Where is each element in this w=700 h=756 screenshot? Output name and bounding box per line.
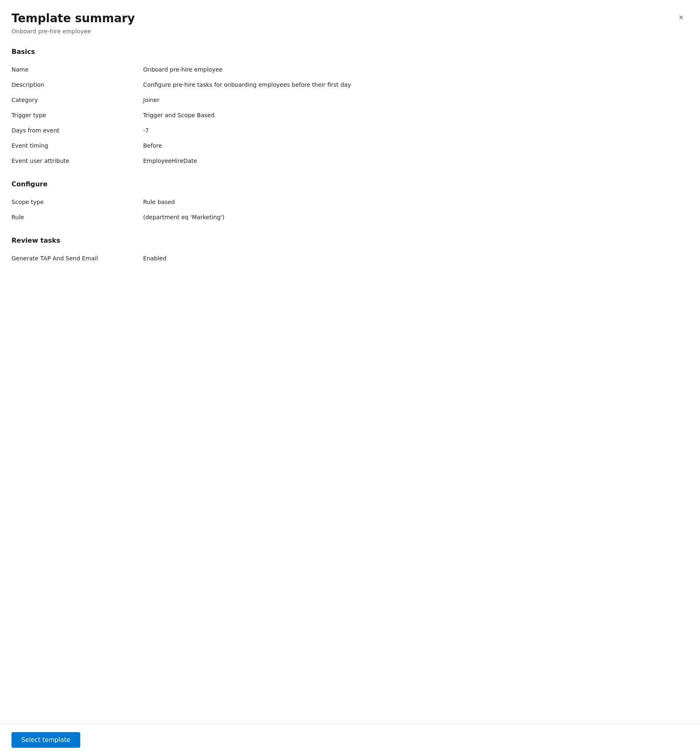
field-value-trigger-type: Trigger and Scope Based bbox=[143, 111, 684, 120]
select-template-button[interactable]: Select template bbox=[12, 732, 80, 748]
field-label-event-user-attribute: Event user attribute bbox=[12, 157, 143, 165]
field-category: Category Joiner bbox=[12, 93, 684, 108]
field-value-event-timing: Before bbox=[143, 141, 684, 150]
field-trigger-type: Trigger type Trigger and Scope Based bbox=[12, 108, 684, 123]
review-tasks-section-title: Review tasks bbox=[12, 237, 684, 244]
template-summary-panel: Template summary Onboard pre-hire employ… bbox=[0, 0, 700, 756]
field-value-category: Joiner bbox=[143, 96, 684, 104]
field-value-event-user-attribute: EmployeeHireDate bbox=[143, 157, 684, 165]
field-label-name: Name bbox=[12, 65, 143, 74]
basics-section: Basics Name Onboard pre-hire employee De… bbox=[12, 48, 684, 169]
panel-content: Basics Name Onboard pre-hire employee De… bbox=[0, 35, 700, 724]
field-label-generate-tap: Generate TAP And Send Email bbox=[12, 254, 143, 263]
field-generate-tap: Generate TAP And Send Email Enabled bbox=[12, 251, 684, 266]
close-button[interactable]: × bbox=[674, 10, 688, 25]
panel-subtitle: Onboard pre-hire employee bbox=[12, 28, 684, 35]
configure-section-title: Configure bbox=[12, 180, 684, 188]
field-label-description: Description bbox=[12, 81, 143, 89]
field-label-rule: Rule bbox=[12, 213, 143, 222]
field-event-user-attribute: Event user attribute EmployeeHireDate bbox=[12, 153, 684, 169]
field-rule: Rule (department eq 'Marketing') bbox=[12, 210, 684, 225]
field-label-category: Category bbox=[12, 96, 143, 104]
panel-header: Template summary Onboard pre-hire employ… bbox=[0, 0, 700, 35]
field-label-days-from-event: Days from event bbox=[12, 126, 143, 135]
field-description: Description Configure pre-hire tasks for… bbox=[12, 77, 684, 93]
field-name: Name Onboard pre-hire employee bbox=[12, 62, 684, 77]
field-scope-type: Scope type Rule based bbox=[12, 195, 684, 210]
basics-section-title: Basics bbox=[12, 48, 684, 56]
panel-title: Template summary bbox=[12, 12, 684, 26]
field-value-scope-type: Rule based bbox=[143, 198, 684, 206]
field-label-event-timing: Event timing bbox=[12, 141, 143, 150]
field-value-days-from-event: -7 bbox=[143, 126, 684, 135]
panel-footer: Select template bbox=[0, 724, 700, 756]
field-label-scope-type: Scope type bbox=[12, 198, 143, 206]
field-label-trigger-type: Trigger type bbox=[12, 111, 143, 120]
field-value-name: Onboard pre-hire employee bbox=[143, 65, 684, 74]
configure-section: Configure Scope type Rule based Rule (de… bbox=[12, 180, 684, 225]
field-value-description: Configure pre-hire tasks for onboarding … bbox=[143, 81, 684, 89]
field-days-from-event: Days from event -7 bbox=[12, 123, 684, 138]
field-event-timing: Event timing Before bbox=[12, 138, 684, 153]
field-value-generate-tap: Enabled bbox=[143, 254, 684, 263]
review-tasks-section: Review tasks Generate TAP And Send Email… bbox=[12, 237, 684, 266]
field-value-rule: (department eq 'Marketing') bbox=[143, 213, 684, 222]
